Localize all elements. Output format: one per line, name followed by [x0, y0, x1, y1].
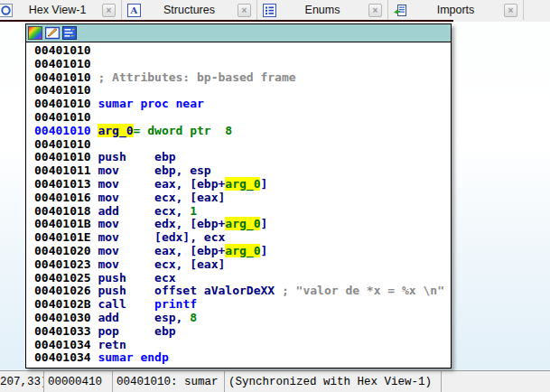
asm-line[interactable]: 00401016 mov ecx, [eax] — [34, 191, 451, 205]
asm-line[interactable]: 00401034 retn — [34, 339, 451, 352]
tab-imports[interactable]: Imports × — [388, 0, 524, 20]
disassembly-window: 004010100040101000401010 ; Attributes: b… — [25, 23, 452, 369]
tab-structures[interactable]: A Structures × — [122, 0, 257, 20]
status-file-offset: 00000410 — [44, 371, 113, 392]
asm-line[interactable]: 00401010 — [34, 111, 451, 125]
asm-line[interactable]: 00401010 sumar proc near — [34, 98, 451, 111]
asm-line[interactable]: 00401010 — [34, 58, 451, 71]
asm-line[interactable]: 00401020 mov eax, [ebp+arg_0] — [34, 245, 451, 258]
tab-label: Structures — [141, 4, 238, 16]
mdi-workspace: 004010100040101000401010 ; Attributes: b… — [0, 22, 550, 370]
asm-line[interactable]: 00401010 — [34, 138, 451, 152]
asm-line[interactable]: 00401010 — [34, 44, 451, 58]
tab-close-icon[interactable]: × — [368, 4, 382, 17]
asm-line[interactable]: 00401026 push offset aValorDeXX ; "valor… — [34, 285, 451, 298]
asm-line[interactable]: 00401034 sumar endp — [34, 351, 451, 365]
disassembly-titlebar[interactable] — [26, 24, 451, 42]
asm-line[interactable]: 0040102B call printf — [34, 298, 451, 312]
asm-line[interactable]: 00401030 add esp, 8 — [34, 312, 451, 325]
tab-enums[interactable]: Enums × — [257, 0, 388, 20]
tab-hex-view[interactable]: Hex View-1 × — [0, 0, 122, 20]
disassembly-view[interactable]: 004010100040101000401010 ; Attributes: b… — [26, 42, 451, 367]
enums-icon — [263, 4, 276, 17]
hex-view-icon — [0, 4, 13, 17]
tab-label: Imports — [407, 4, 504, 16]
tab-label: Enums — [276, 4, 368, 16]
asm-line[interactable]: 00401011 mov ebp, esp — [34, 164, 451, 178]
status-cursor-position: 207,33) — [0, 371, 44, 392]
asm-line[interactable]: 00401033 pop ebp — [34, 325, 451, 339]
asm-line[interactable]: 00401013 mov eax, [ebp+arg_0] — [34, 178, 451, 191]
asm-line[interactable]: 0040101B mov edx, [ebp+arg_0] — [34, 218, 451, 231]
status-current-address: 00401010: sumar — [113, 371, 225, 392]
imports-icon — [394, 4, 407, 17]
asm-line[interactable]: 00401010 push ebp — [34, 151, 451, 164]
asm-line[interactable]: 00401025 push ecx — [34, 272, 451, 285]
svg-text:A: A — [130, 5, 138, 15]
asm-line[interactable]: 00401023 mov ecx, [eax] — [34, 258, 451, 272]
tab-close-icon[interactable]: × — [238, 4, 251, 17]
tab-bar: Hex View-1 × A Structures × Enums × Impo… — [0, 0, 550, 20]
asm-line[interactable]: 00401010 — [34, 84, 451, 98]
jump-list-icon[interactable] — [62, 26, 77, 40]
tab-label: Hex View-1 — [13, 4, 102, 16]
asm-line[interactable]: 00401034 — [34, 365, 451, 367]
tab-close-icon[interactable]: × — [504, 4, 517, 17]
asm-line[interactable]: 00401010 ; Attributes: bp-based frame — [34, 71, 451, 85]
status-sync-message: (Synchronized with Hex View-1) — [225, 371, 442, 392]
status-bar: 207,33) 00000410 00401010: sumar (Synchr… — [0, 370, 550, 392]
asm-line[interactable]: 0040101E mov [edx], ecx — [34, 231, 451, 245]
asm-line[interactable]: 00401018 add ecx, 1 — [34, 205, 451, 219]
edit-pencil-icon[interactable] — [45, 26, 60, 40]
asm-line[interactable]: 00401010 arg_0= dword ptr 8 — [34, 125, 451, 138]
structures-icon: A — [127, 4, 141, 17]
palette-icon[interactable] — [28, 26, 42, 40]
tab-close-icon[interactable]: × — [102, 4, 116, 17]
